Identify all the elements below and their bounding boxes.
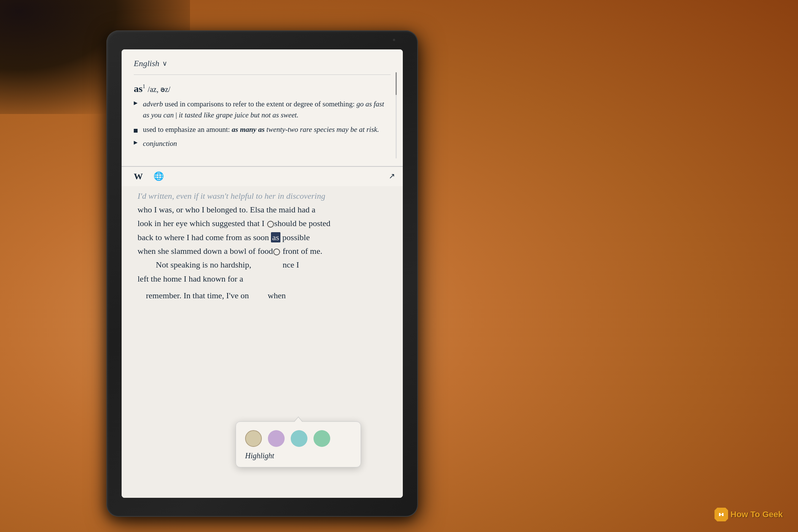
book-line-7: remember. In that time, I've on when — [138, 289, 387, 302]
language-dropdown-arrow: ∨ — [162, 59, 167, 68]
language-label: English — [134, 59, 159, 68]
book-line-1: who I was, or who I belonged to. Elsa th… — [138, 203, 387, 217]
headword-line: as1 /az, əz/ — [134, 83, 391, 95]
definition-item-2: used to emphasize an amount: as many as … — [134, 124, 391, 135]
pos-conjunction: conjunction — [143, 139, 177, 147]
kindle-device: English ∨ as1 /az, əz/ — [106, 30, 418, 517]
pronunciation: /az, əz/ — [148, 85, 171, 93]
color-swatches — [245, 430, 352, 447]
swatch-green[interactable] — [314, 430, 330, 447]
language-selector[interactable]: English ∨ — [134, 59, 391, 75]
wikipedia-bar[interactable]: W 🌐 ↗ — [122, 166, 403, 186]
highlighted-word-as[interactable]: as — [271, 232, 280, 242]
scrollbar-thumb — [396, 72, 397, 95]
book-line-6: left the home I had known for a — [138, 272, 387, 286]
highlight-label: Highlight — [245, 451, 352, 460]
word-entry: as1 /az, əz/ ▶ adverb used in comparison… — [134, 83, 391, 158]
kindle-bezel: English ∨ as1 /az, əz/ — [122, 49, 403, 498]
book-line-4: when she slammed down a bowl of food fro… — [138, 244, 387, 258]
book-line-2: look in her eye which suggested that I s… — [138, 217, 387, 230]
swatch-purple[interactable] — [268, 430, 285, 447]
definition-item-3: ▶ conjunction — [134, 138, 391, 149]
def-text-2: used to emphasize an amount: as many as … — [143, 125, 379, 133]
htg-icon — [714, 508, 728, 521]
definition-list: ▶ adverb used in comparisons to refer to… — [134, 98, 391, 149]
camera-dot — [393, 39, 395, 41]
headword-superscript: 1 — [142, 84, 145, 89]
bullet-square-1 — [134, 125, 139, 136]
htg-logo: How To Geek — [714, 508, 783, 521]
kindle-screen: English ∨ as1 /az, əz/ — [122, 49, 403, 498]
book-text-area: I'd written, even if it wasn't helpful t… — [122, 186, 403, 498]
scrollbar[interactable] — [396, 72, 397, 158]
swatch-blue[interactable] — [291, 430, 307, 447]
wikipedia-w-icon[interactable]: W — [134, 171, 143, 182]
globe-icon[interactable]: 🌐 — [154, 171, 164, 181]
book-line-3: back to where I had come from as soon as… — [138, 231, 387, 244]
expand-icon[interactable]: ↗ — [389, 171, 395, 180]
selection-handle-end — [273, 249, 280, 255]
popup-arrow — [294, 416, 303, 422]
book-line-fade: I'd written, even if it wasn't helpful t… — [138, 189, 387, 203]
dictionary-panel: English ∨ as1 /az, əz/ — [122, 49, 403, 166]
watermark: How To Geek — [714, 508, 783, 521]
highlight-popup[interactable]: Highlight — [236, 421, 361, 467]
htg-text: How To Geek — [730, 510, 783, 519]
pos-adverb: adverb — [143, 100, 163, 108]
swatch-yellow[interactable] — [245, 430, 262, 447]
book-line-5: Not speaking is no hardship, nce I — [138, 258, 387, 272]
def-text-1: used in comparisons to refer to the exte… — [143, 100, 384, 119]
bullet-triangle-1: ▶ — [134, 99, 138, 107]
bullet-triangle-2: ▶ — [134, 139, 138, 146]
htg-icon-svg — [717, 511, 725, 518]
selection-handle-start — [267, 221, 274, 228]
definition-item-1: ▶ adverb used in comparisons to refer to… — [134, 98, 391, 121]
headword: as1 — [134, 83, 148, 94]
